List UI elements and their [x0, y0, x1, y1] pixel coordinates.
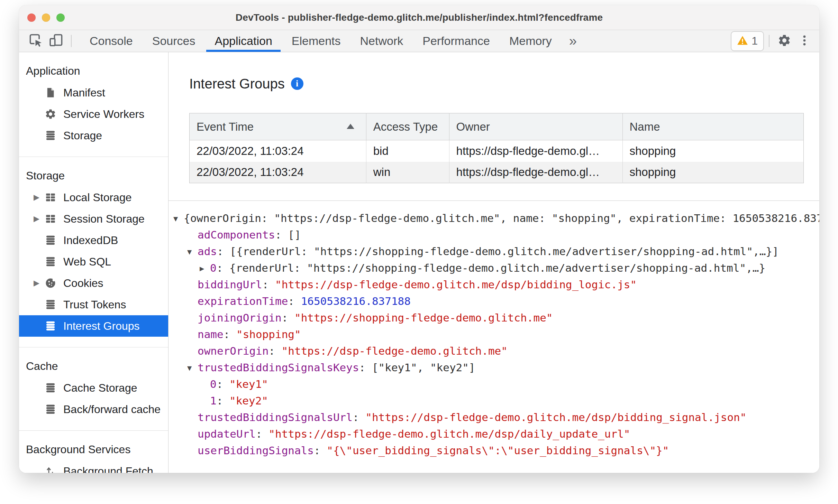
- cell-access-type: win: [366, 162, 449, 183]
- sidebar-item-session-storage[interactable]: ▶Session Storage: [19, 208, 168, 230]
- tree-line[interactable]: ▶0: {renderUrl: "https://shopping-fledge…: [168, 260, 819, 276]
- expanded-triangle-icon[interactable]: ▼: [187, 360, 198, 376]
- property-value: :: [282, 311, 294, 324]
- zoom-button[interactable]: [56, 13, 65, 22]
- database-icon: [45, 256, 56, 268]
- tree-line[interactable]: expirationTime: 1650538216.837188: [168, 293, 819, 309]
- sidebar-item-local-storage[interactable]: ▶Local Storage: [19, 187, 168, 208]
- expanded-triangle-icon[interactable]: ▼: [187, 244, 198, 260]
- sidebar-item-interest-groups[interactable]: Interest Groups: [19, 315, 168, 337]
- more-tabs-icon: »: [569, 33, 577, 49]
- property-value: "https://dsp-fledge-demo.glitch.me/dsp/b…: [275, 278, 637, 291]
- sidebar-section-cache: CacheCache StorageBack/forward cache: [19, 347, 168, 420]
- tab-memory[interactable]: Memory: [500, 30, 562, 52]
- table-row[interactable]: 22/03/2022, 11:03:24bidhttps://dsp-fledg…: [190, 140, 804, 162]
- cookie-icon: [45, 277, 56, 289]
- sidebar-section-title-cache: Cache: [19, 358, 168, 374]
- sidebar-item-label: Manifest: [63, 86, 105, 99]
- table-header-row: Event TimeAccess TypeOwnerName: [190, 113, 804, 140]
- sidebar-item-cache-storage[interactable]: Cache Storage: [19, 377, 168, 399]
- sidebar-item-background-fetch[interactable]: Background Fetch: [19, 460, 168, 473]
- sidebar-item-indexeddb[interactable]: IndexedDB: [19, 230, 168, 251]
- property-name: 0: [210, 378, 217, 390]
- sidebar-item-service-workers[interactable]: Service Workers: [19, 103, 168, 125]
- tree-line[interactable]: name: "shopping": [168, 326, 819, 343]
- tree-line[interactable]: ▼trustedBiddingSignalsKeys: ["key1", "ke…: [168, 359, 819, 376]
- tree-line[interactable]: userBiddingSignals: "{\"user_bidding_sig…: [168, 442, 819, 459]
- more-tabs-button[interactable]: »: [562, 30, 584, 52]
- settings-button[interactable]: [774, 30, 794, 52]
- property-value: "key2": [229, 394, 268, 407]
- sidebar-item-web-sql[interactable]: Web SQL: [19, 251, 168, 272]
- property-name: trustedBiddingSignalsUrl: [198, 411, 353, 423]
- sidebar-section-background-services: Background ServicesBackground Fetch: [19, 430, 168, 473]
- menu-button[interactable]: [794, 30, 814, 52]
- tab-performance[interactable]: Performance: [413, 30, 500, 52]
- cell-name: shopping: [622, 162, 804, 183]
- sidebar-item-label: IndexedDB: [63, 234, 118, 247]
- property-value: 1650538216.837188: [301, 295, 411, 307]
- cell-name: shopping: [622, 140, 804, 162]
- property-name: adComponents: [198, 228, 275, 241]
- window-title: DevTools - publisher-fledge-demo.glitch.…: [19, 5, 819, 30]
- property-value: :: [256, 428, 268, 440]
- expanded-triangle-icon[interactable]: ▼: [173, 211, 184, 227]
- tree-line[interactable]: 1: "key2": [168, 392, 819, 409]
- property-value: "https://dsp-fledge-demo.glitch.me/dsp/d…: [268, 428, 630, 440]
- upload-icon: [45, 465, 56, 473]
- tab-application[interactable]: Application: [205, 30, 282, 52]
- tree-line[interactable]: ownerOrigin: "https://dsp-fledge-demo.gl…: [168, 343, 819, 359]
- chevron-right-icon[interactable]: ▶: [34, 193, 45, 202]
- property-value: "https://shopping-fledge-demo.glitch.me": [294, 311, 553, 324]
- toolbar-separator: [71, 35, 72, 47]
- tree-line[interactable]: biddingUrl: "https://dsp-fledge-demo.gli…: [168, 276, 819, 293]
- sidebar-item-label: Interest Groups: [63, 320, 140, 333]
- sidebar-item-trust-tokens[interactable]: Trust Tokens: [19, 294, 168, 315]
- inspect-cursor-icon: [28, 33, 44, 49]
- tree-line[interactable]: trustedBiddingSignalsUrl: "https://dsp-f…: [168, 409, 819, 426]
- property-value: "https://dsp-fledge-demo.glitch.me": [282, 345, 508, 357]
- tree-line[interactable]: 0: "key1": [168, 376, 819, 392]
- tree-line[interactable]: ▼ads: [{renderUrl: "https://shopping-fle…: [168, 243, 819, 260]
- sidebar-item-cookies[interactable]: ▶Cookies: [19, 272, 168, 294]
- collapsed-triangle-icon[interactable]: ▶: [200, 260, 210, 277]
- sidebar-item-storage[interactable]: Storage: [19, 125, 168, 146]
- property-value: :: [262, 278, 275, 291]
- tab-elements[interactable]: Elements: [282, 30, 350, 52]
- device-toolbar-button[interactable]: [46, 30, 66, 52]
- tab-sources[interactable]: Sources: [143, 30, 205, 52]
- column-header-owner[interactable]: Owner: [449, 113, 622, 140]
- tab-console[interactable]: Console: [80, 30, 143, 52]
- sidebar-item-label: Session Storage: [63, 213, 145, 225]
- close-button[interactable]: [27, 13, 36, 22]
- tree-line[interactable]: ▼{ownerOrigin: "https://dsp-fledge-demo.…: [168, 210, 819, 226]
- chevron-right-icon[interactable]: ▶: [34, 279, 45, 288]
- sidebar-item-label: Service Workers: [63, 108, 144, 121]
- column-header-access-type[interactable]: Access Type: [366, 113, 449, 140]
- sidebar-item-manifest[interactable]: Manifest: [19, 82, 168, 103]
- table-icon: [45, 192, 56, 203]
- tree-line[interactable]: adComponents: []: [168, 226, 819, 243]
- tree-line[interactable]: updateUrl: "https://dsp-fledge-demo.glit…: [168, 426, 819, 442]
- chevron-right-icon[interactable]: ▶: [34, 214, 45, 223]
- warning-badge-button[interactable]: 1: [731, 31, 764, 51]
- sidebar-section-title-application: Application: [19, 63, 168, 79]
- column-header-name[interactable]: Name: [622, 113, 804, 140]
- devtools-window: DevTools - publisher-fledge-demo.glitch.…: [19, 5, 819, 473]
- device-toolbar-icon: [48, 33, 64, 49]
- sidebar-item-label: Trust Tokens: [63, 298, 126, 311]
- tree-line[interactable]: joiningOrigin: "https://shopping-fledge-…: [168, 309, 819, 326]
- column-header-event-time[interactable]: Event Time: [190, 113, 366, 140]
- sidebar-section-title-background-services: Background Services: [19, 441, 168, 458]
- info-icon[interactable]: i: [291, 77, 303, 90]
- tab-network[interactable]: Network: [350, 30, 413, 52]
- minimize-button[interactable]: [42, 13, 50, 22]
- table-row[interactable]: 22/03/2022, 11:03:24winhttps://dsp-fledg…: [190, 162, 804, 183]
- sidebar-section-title-storage: Storage: [19, 167, 168, 184]
- sidebar-item-back-forward-cache[interactable]: Back/forward cache: [19, 399, 168, 420]
- inspect-element-button[interactable]: [26, 30, 46, 52]
- property-value: "key1": [229, 378, 268, 390]
- application-sidebar: ApplicationManifestService WorkersStorag…: [19, 52, 168, 473]
- interest-groups-panel: Interest Groups i Event TimeAccess TypeO…: [168, 52, 819, 473]
- interest-group-events-table: Event TimeAccess TypeOwnerName22/03/2022…: [189, 113, 804, 183]
